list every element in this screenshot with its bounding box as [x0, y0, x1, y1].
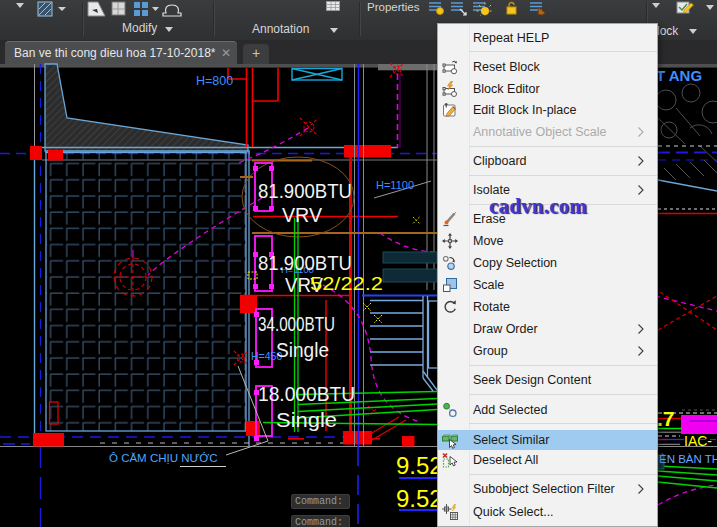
svg-text:52/22.2: 52/22.2: [310, 273, 383, 294]
svg-text:9.52: 9.52: [396, 452, 443, 479]
svg-text:Single: Single: [276, 338, 329, 361]
svg-text:H=1100: H=1100: [376, 179, 414, 191]
svg-text:VRV: VRV: [282, 203, 322, 226]
svg-text:.7: .7: [657, 407, 675, 430]
svg-text:H=800: H=800: [196, 74, 233, 88]
svg-text:34.000BTU: 34.000BTU: [258, 312, 335, 335]
svg-text:9.52: 9.52: [396, 485, 443, 512]
svg-text:T ANG: T ANG: [656, 67, 702, 84]
svg-text:Ô CĂM CHỊU NƯỚC: Ô CĂM CHỊU NƯỚC: [109, 452, 218, 464]
svg-text:81.900BTU: 81.900BTU: [258, 179, 352, 202]
svg-text:18.000BTU: 18.000BTU: [258, 382, 355, 405]
svg-text:ÈN BÀN TH: ÈN BÀN TH: [659, 453, 717, 465]
svg-text:IAC-: IAC-: [684, 433, 712, 449]
svg-text:Single: Single: [276, 408, 337, 431]
svg-text:81.900BTU: 81.900BTU: [258, 251, 352, 274]
